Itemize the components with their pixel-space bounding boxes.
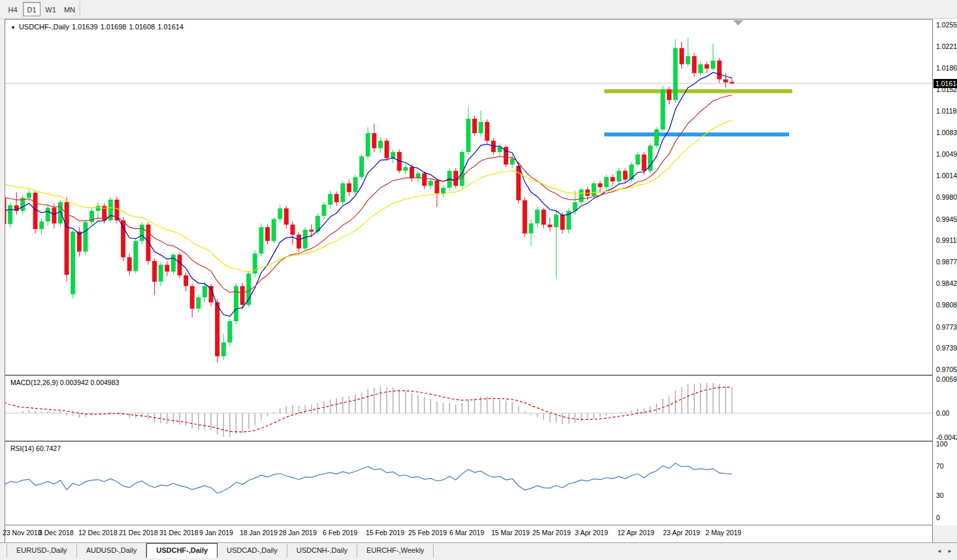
macd-axis-label: 0.00597	[936, 375, 957, 383]
price-axis-label: 0.98420	[936, 279, 957, 287]
date-tick-label: 6 Feb 2019	[323, 529, 357, 537]
rsi-axis-label: 0	[936, 514, 940, 521]
price-axis-label: 0.99450	[936, 215, 957, 223]
chart-tab-usdcad[interactable]: USDCAD-,Daily	[218, 544, 287, 557]
ohlc-low: 1.01608	[129, 23, 155, 31]
date-tick-label: 2 May 2019	[706, 529, 741, 537]
date-tick-label: 9 Jan 2019	[199, 529, 233, 537]
date-tick-label: 31 Dec 2018	[159, 529, 199, 537]
date-tick-label: 3 Apr 2019	[575, 529, 608, 537]
rsi-label: RSI(14) 60.7427	[10, 444, 61, 452]
date-axis[interactable]: 23 Nov 20183 Dec 201812 Dec 201821 Dec 2…	[5, 525, 933, 542]
date-tick-label: 18 Jan 2019	[240, 529, 278, 537]
chart-dropdown-icon[interactable]: ▼	[10, 25, 16, 31]
chart-shift-marker-icon[interactable]	[733, 20, 743, 25]
macd-axis-label: 0.00	[936, 409, 949, 417]
rsi-axis-label: 100	[936, 440, 948, 448]
rsi-panel[interactable]: RSI(14) 60.7427	[5, 441, 933, 525]
price-axis-label: 1.01180	[936, 107, 957, 115]
chart-tab-eurchf[interactable]: EURCHF-,Weekly	[357, 544, 434, 557]
timeframe-toolbar: H4D1W1MN	[0, 0, 957, 19]
timeframe-button-d1[interactable]: D1	[23, 2, 41, 16]
tab-scroll-right-icon[interactable]: ►	[945, 547, 954, 556]
price-axis-label: 1.01860	[936, 64, 957, 72]
timeframe-button-w1[interactable]: W1	[42, 2, 59, 16]
price-axis-label: 0.99110	[936, 236, 957, 244]
price-axis-label: 0.98770	[936, 258, 957, 266]
chart-tab-usdchf[interactable]: USDCHF-,Daily	[146, 543, 218, 558]
timeframe-button-mn[interactable]: MN	[61, 2, 78, 16]
date-tick-label: 6 Mar 2019	[449, 529, 484, 537]
date-tick-label: 12 Dec 2018	[78, 529, 118, 537]
date-tick-label: 15 Mar 2019	[491, 529, 530, 537]
date-tick-label: 23 Nov 2018	[3, 529, 42, 537]
price-axis-label: 1.00140	[936, 172, 957, 179]
price-axis-label: 1.00830	[936, 129, 957, 136]
price-axis-label: 0.99800	[936, 193, 957, 201]
date-tick-label: 25 Mar 2019	[532, 529, 571, 537]
date-tick-label: 23 Apr 2019	[663, 529, 700, 537]
chart-symbol-label: USDCHF-,Daily	[19, 23, 69, 31]
date-tick-label: 15 Feb 2019	[366, 529, 404, 537]
rsi-chart	[5, 442, 932, 525]
chart-tab-bar: EURUSD-,DailyAUDUSD-,DailyUSDCHF-,DailyU…	[0, 542, 957, 560]
ohlc-high: 1.01698	[101, 23, 127, 31]
date-tick-label: 3 Dec 2018	[39, 529, 74, 537]
rsi-axis-label: 70	[936, 462, 944, 470]
price-axis-label: 0.97730	[936, 323, 957, 331]
price-axis-label: 1.00490	[936, 150, 957, 158]
tab-scroll-left-icon[interactable]: ◄	[935, 547, 944, 556]
macd-chart	[5, 376, 932, 441]
price-axis-label: 0.97390	[936, 344, 957, 352]
date-tick-label: 28 Jan 2019	[279, 529, 317, 537]
tab-scroll-buttons: ◄ ►	[935, 547, 954, 556]
timeframe-button-h4[interactable]: H4	[4, 2, 22, 16]
date-tick-label: 21 Dec 2018	[119, 529, 158, 537]
price-axis-label: 0.97050	[936, 366, 957, 373]
chart-tab-audusd[interactable]: AUDUSD-,Daily	[77, 544, 147, 557]
ohlc-close: 1.01614	[157, 23, 184, 31]
chart-title: ▼USDCHF-,Daily1.016391.016981.016081.016…	[10, 23, 186, 31]
macd-panel[interactable]: MACD(12,26,9) 0.003942 0.004983	[5, 375, 933, 441]
macd-label: MACD(12,26,9) 0.003942 0.004983	[10, 379, 119, 386]
chart-tab-usdcnh[interactable]: USDCNH-,Daily	[287, 544, 357, 557]
current-price-tag: 1.01614	[933, 79, 957, 88]
date-tick-label: 25 Feb 2019	[408, 529, 447, 537]
price-axis-label: 1.02550	[936, 21, 957, 29]
mt4-window: H4D1W1MN ▼USDCHF-,Daily1.016391.016981.0…	[0, 0, 957, 560]
main-chart-panel[interactable]: ▼USDCHF-,Daily1.016391.016981.016081.016…	[5, 19, 933, 375]
rsi-axis-label: 30	[936, 491, 944, 499]
candlestick-chart[interactable]	[5, 20, 932, 375]
ohlc-open: 1.01639	[72, 23, 98, 31]
chart-tab-eurusd[interactable]: EURUSD-,Daily	[7, 544, 77, 557]
price-axis-label: 1.02210	[936, 42, 957, 50]
price-axis[interactable]: 1.025501.022101.018601.015201.011801.008…	[933, 19, 957, 525]
price-axis-label: 0.98080	[936, 301, 957, 309]
toolbar-separator	[80, 1, 81, 17]
date-tick-label: 12 Apr 2019	[617, 529, 655, 537]
